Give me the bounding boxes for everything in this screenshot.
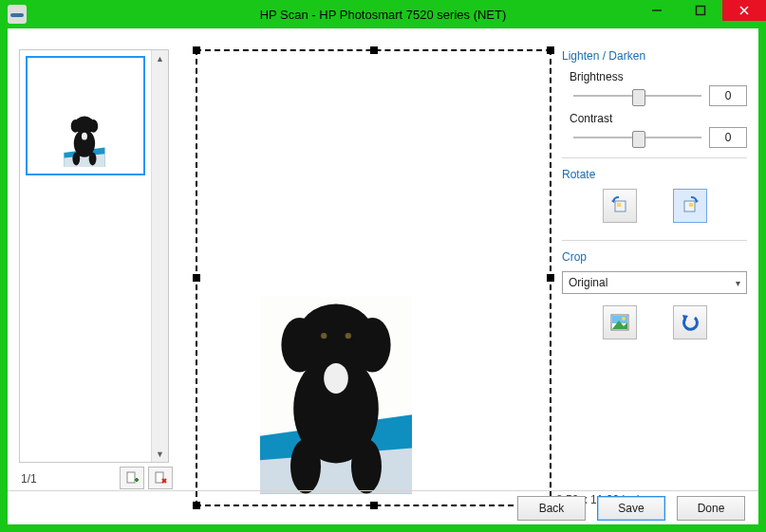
rotate-right-button[interactable] (673, 189, 707, 223)
svg-point-41 (622, 317, 626, 321)
crop-preset-dropdown[interactable]: Original ▾ (562, 271, 747, 294)
minimize-button[interactable] (635, 0, 679, 21)
close-button[interactable] (722, 0, 766, 21)
thumbnail-list: ▲ ▼ (19, 49, 169, 463)
thumbnail-item[interactable] (26, 56, 145, 175)
svg-rect-1 (697, 7, 705, 15)
crop-handle-ml[interactable] (193, 274, 200, 282)
brightness-slider[interactable] (573, 86, 701, 105)
contrast-label: Contrast (570, 112, 747, 125)
image-icon (609, 312, 630, 333)
crop-rectangle[interactable] (196, 49, 551, 506)
contrast-slider[interactable] (573, 128, 701, 147)
back-button[interactable]: Back (517, 496, 586, 521)
save-button[interactable]: Save (597, 496, 665, 521)
crop-handle-tl[interactable] (193, 46, 200, 54)
page-counter: 1/1 (21, 472, 37, 486)
brightness-label: Brightness (570, 70, 747, 83)
svg-point-13 (89, 152, 97, 165)
svg-rect-14 (127, 472, 135, 483)
controls-panel: Lighten / Darken Brightness 0 Contrast 0… (562, 49, 747, 339)
scroll-down-icon[interactable]: ▼ (152, 446, 168, 462)
crop-header: Crop (562, 250, 747, 264)
footer-bar: Back Save Done (8, 490, 758, 524)
preview-area[interactable] (196, 49, 551, 506)
add-page-button[interactable] (120, 467, 144, 489)
svg-point-11 (82, 132, 87, 139)
auto-crop-button[interactable] (603, 305, 637, 339)
chevron-down-icon: ▾ (736, 278, 740, 288)
lighten-darken-header: Lighten / Darken (562, 49, 747, 63)
svg-rect-33 (617, 203, 621, 207)
brightness-value[interactable]: 0 (709, 85, 747, 106)
thumbnail-scrollbar[interactable]: ▲ ▼ (151, 50, 168, 462)
delete-page-icon (154, 471, 167, 485)
maximize-button[interactable] (679, 0, 722, 21)
title-bar[interactable]: HP Scan - HP Photosmart 7520 series (NET… (0, 0, 766, 28)
rotate-right-icon (680, 195, 701, 216)
svg-point-9 (89, 119, 98, 133)
rotate-left-button[interactable] (603, 189, 637, 223)
svg-point-8 (71, 119, 80, 133)
svg-rect-17 (156, 472, 163, 483)
rotate-left-icon (609, 195, 630, 216)
rotate-header: Rotate (562, 168, 747, 181)
delete-page-button[interactable] (148, 467, 173, 489)
crop-handle-mr[interactable] (547, 274, 554, 282)
contrast-value[interactable]: 0 (709, 127, 747, 148)
dog-icon (53, 114, 116, 167)
undo-icon (680, 312, 701, 333)
scroll-up-icon[interactable]: ▲ (152, 50, 168, 66)
thumbnail-image (53, 114, 116, 167)
done-button[interactable]: Done (677, 496, 745, 521)
crop-handle-tr[interactable] (547, 46, 554, 54)
client-area: ▲ ▼ 1/1 (8, 28, 758, 524)
svg-point-12 (72, 152, 80, 165)
app-window: HP Scan - HP Photosmart 7520 series (NET… (0, 0, 766, 532)
crop-handle-tc[interactable] (370, 46, 378, 54)
crop-preset-value: Original (569, 276, 607, 289)
add-page-icon (125, 471, 139, 485)
reset-crop-button[interactable] (673, 305, 707, 339)
svg-rect-36 (689, 203, 693, 207)
